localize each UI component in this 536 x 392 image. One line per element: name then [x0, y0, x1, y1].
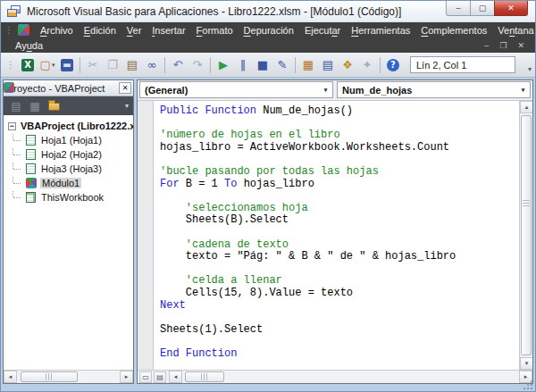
properties-window-icon[interactable]: ▤ [318, 56, 338, 74]
object-dropdown[interactable]: (General) ▾ [139, 81, 333, 98]
menu-row-1: ⋮ ArchivoEdiciónVerInsertarFormatoDepura… [1, 22, 535, 38]
chevron-down-icon[interactable]: ▾ [516, 82, 530, 97]
code-line: hojas_libro = ActiveWorkbook.Worksheets.… [160, 142, 517, 154]
code-margin-bar [138, 101, 154, 370]
help-icon[interactable]: ? [383, 56, 403, 74]
tree-item-m-dulo1[interactable]: Módulo1 [4, 176, 133, 190]
menu-edici-n[interactable]: Edición [79, 25, 121, 36]
scroll-down-icon[interactable]: ▾ [520, 357, 532, 370]
paste-icon[interactable]: ▤ [122, 56, 142, 74]
sheet-icon [26, 163, 36, 174]
code-line [160, 312, 517, 324]
mdi-restore-button[interactable]: ❐ [499, 41, 507, 50]
folder-icon [48, 103, 60, 111]
code-hscrollbar[interactable]: ▭ ▤ ◂ ▸ [138, 370, 532, 383]
scroll-right-icon[interactable]: ▸ [519, 371, 532, 383]
code-hscroll-thumb[interactable] [185, 371, 224, 382]
view-code-icon[interactable]: ▤ [8, 99, 24, 113]
toolbox-icon[interactable]: ✦ [357, 56, 377, 74]
code-vscrollbar[interactable]: ▴ ▾ [519, 101, 532, 370]
menu-ayuda[interactable]: Ayuda [10, 40, 48, 51]
code-line: Cells(15, 8).Value = texto [160, 288, 517, 300]
project-hscroll-track[interactable] [17, 371, 120, 383]
view-excel-icon[interactable]: X [18, 56, 38, 74]
run-icon[interactable]: ▶ [214, 56, 233, 74]
project-hscroll-thumb[interactable] [21, 371, 78, 382]
code-vscroll-thumb[interactable] [521, 115, 532, 355]
view-object-icon[interactable]: ▦ [27, 99, 43, 113]
tree-item-hoja2-hoja2-[interactable]: Hoja2 (Hoja2) [4, 147, 133, 162]
save-icon[interactable]: ▬ [57, 56, 77, 74]
project-hscrollbar[interactable]: ◂ ▸ [4, 370, 133, 383]
toolbar-grip-icon: ⋮ [4, 60, 18, 70]
scroll-up-icon[interactable]: ▴ [520, 101, 532, 113]
menu-insertar[interactable]: Insertar [147, 25, 190, 36]
object-browser-icon[interactable]: ❖ [338, 56, 357, 74]
tree-item-label: Hoja3 (Hoja3) [39, 163, 104, 174]
code-line [160, 190, 517, 203]
code-vscroll-track[interactable] [520, 113, 532, 357]
scroll-left-icon[interactable]: ◂ [4, 371, 17, 383]
toggle-folders-icon[interactable] [46, 99, 62, 113]
code-line [160, 263, 517, 276]
design-mode-icon[interactable]: ✎ [272, 56, 292, 74]
full-module-view-button[interactable]: ▤ [154, 371, 166, 383]
sheet-icon [26, 149, 36, 160]
break-icon[interactable]: ‖ [233, 56, 253, 74]
code-line: Sheets(1).Select [160, 324, 517, 337]
code-line: texto = "Pág: " & B & " de " & hojas_lib… [160, 251, 517, 263]
tree-item-thisworkbook[interactable]: ThisWorkbook [4, 190, 133, 204]
procedure-view-button[interactable]: ▭ [139, 371, 152, 383]
project-toolbar-overflow[interactable]: ▾ [125, 102, 129, 110]
titlebar: Microsoft Visual Basic para Aplicaciones… [1, 1, 535, 22]
reset-icon[interactable]: ■ [253, 56, 272, 74]
tree-item-hoja1-hoja1-[interactable]: Hoja1 (Hoja1) [4, 133, 133, 147]
maximize-button[interactable]: ▢ [470, 1, 495, 16]
client-area: Proyecto - VBAProject ✕ ▤▦ ▾ −VBAProject… [3, 78, 533, 384]
toolbar-separator [295, 57, 296, 73]
menu-archivo[interactable]: Archivo [35, 25, 79, 36]
window-title: Microsoft Visual Basic para Aplicaciones… [27, 5, 401, 18]
undo-icon[interactable]: ↶ [168, 56, 188, 74]
project-panel-toolbar: ▤▦ ▾ [4, 96, 133, 115]
menu-ver[interactable]: Ver [121, 25, 147, 36]
toolbar-overflow-button[interactable]: ▾ [528, 65, 532, 77]
copy-icon[interactable]: ❐ [103, 56, 122, 74]
tree-item-label: VBAProject (Libro1222.x [19, 121, 133, 131]
module-icon [26, 178, 37, 188]
menu-herramientas[interactable]: Herramientas [346, 25, 415, 36]
cut-icon[interactable]: ✂ [83, 56, 103, 74]
project-explorer-icon[interactable]: ▦ [298, 56, 318, 74]
tree-item-label: Módulo1 [40, 178, 81, 188]
menu-ejecutar[interactable]: Ejecutar [299, 25, 346, 36]
code-hscroll-track[interactable] [182, 371, 519, 383]
tree-collapse-icon[interactable]: − [8, 122, 16, 130]
minimize-button[interactable]: – [446, 1, 471, 16]
redo-icon[interactable]: ↷ [188, 56, 207, 74]
scroll-right-icon[interactable]: ▸ [120, 371, 133, 383]
tree-item-hoja3-hoja3-[interactable]: Hoja3 (Hoja3) [4, 162, 133, 176]
chevron-down-icon[interactable]: ▾ [319, 82, 332, 97]
close-button[interactable]: ✕ [494, 1, 528, 16]
menu-complementos[interactable]: Complementos [415, 25, 492, 36]
insert-userform-icon[interactable]: ▢▾ [38, 56, 57, 74]
code-line: 'seleccionamos hoja [160, 203, 517, 215]
menu-formato[interactable]: Formato [191, 25, 239, 36]
code-combo-row: (General) ▾ Num_de_hojas ▾ [138, 80, 532, 101]
tree-item-vbaproject[interactable]: −VBAProject (Libro1222.x [4, 119, 133, 133]
project-panel-close-button[interactable]: ✕ [119, 82, 131, 94]
dropdown-arrow-icon: ▾ [52, 62, 55, 69]
menu-ventana[interactable]: Ventana [492, 25, 536, 36]
mdi-minimize-button[interactable]: – [484, 41, 489, 50]
procedure-dropdown-value: Num_de_hojas [342, 85, 412, 96]
find-icon[interactable]: ∞ [142, 56, 162, 74]
workbook-icon [26, 192, 36, 203]
vb-window-icon [7, 5, 21, 17]
code-line: Sheets(B).Select [160, 214, 517, 227]
toolbar-separator [164, 57, 165, 73]
mdi-close-button[interactable]: ✕ [517, 41, 524, 50]
procedure-dropdown[interactable]: Num_de_hojas ▾ [337, 81, 531, 98]
code-text[interactable]: Public Function Num_de_hojas() 'número d… [154, 101, 519, 370]
scroll-left-icon[interactable]: ◂ [169, 371, 182, 383]
menu-depuraci-n[interactable]: Depuración [239, 25, 299, 36]
